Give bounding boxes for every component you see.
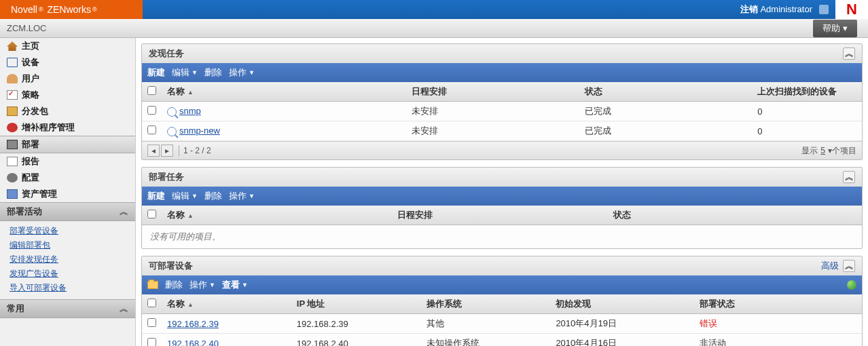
- breadcrumb-bar: ZCM.LOC 帮助 ▾: [0, 19, 868, 38]
- nav-patch[interactable]: 增补程序管理: [0, 119, 135, 136]
- table-row: 192.168.2.40 192.168.2.40 未知操作系统 2010年4月…: [142, 334, 862, 347]
- collapse-icon[interactable]: ︽: [843, 171, 855, 183]
- row-checkbox[interactable]: [147, 106, 156, 115]
- report-icon: [7, 157, 18, 166]
- section-common-header: 常用︽: [0, 299, 135, 318]
- sort-icon[interactable]: ▲: [187, 89, 194, 96]
- panel-title: 可部署设备: [149, 260, 193, 272]
- discovery-table: 名称▲ 日程安排 状态 上次扫描找到的设备 snmp 未安排 已完成 0 snm…: [142, 82, 862, 141]
- next-page[interactable]: ▸: [161, 145, 173, 157]
- device-link[interactable]: 192.168.2.39: [167, 319, 219, 329]
- collapse-icon[interactable]: ︽: [843, 260, 855, 272]
- deploytask-table: 名称▲ 日程安排 状态: [142, 206, 862, 225]
- task-link[interactable]: snmp-new: [179, 126, 220, 136]
- table-row: snmp 未安排 已完成 0: [142, 102, 862, 121]
- magnifier-icon: [167, 107, 177, 117]
- device-link[interactable]: 192.168.2.40: [167, 339, 219, 347]
- action-button[interactable]: 操作 ▼: [229, 66, 255, 79]
- select-all-checkbox[interactable]: [147, 210, 156, 218]
- edit-button[interactable]: 编辑 ▼: [172, 66, 198, 79]
- sort-icon[interactable]: ▲: [187, 301, 194, 308]
- nav-deployment[interactable]: 部署: [0, 136, 135, 153]
- collapse-icon[interactable]: ︽: [843, 47, 855, 60]
- page-range: 1 - 2 / 2: [183, 146, 211, 155]
- home-icon: [7, 41, 18, 51]
- select-all-checkbox[interactable]: [147, 299, 156, 307]
- chevron-up-icon[interactable]: ︽: [120, 206, 128, 218]
- nav-policies[interactable]: 策略: [0, 87, 135, 103]
- discovery-pager: ◂ ▸ 1 - 2 / 2 显示5▾ 个项目: [142, 141, 862, 159]
- table-row: 192.168.2.39 192.168.2.39 其他 2010年4月19日 …: [142, 314, 862, 334]
- action-button[interactable]: 操作 ▼: [229, 190, 255, 202]
- empty-message: 没有可用的项目。: [142, 225, 862, 248]
- caret-down-icon: ▼: [209, 282, 215, 288]
- asset-icon: [7, 189, 18, 199]
- panel-title: 部署任务: [149, 171, 184, 183]
- novell-logo: N: [835, 0, 868, 19]
- activity-link-0[interactable]: 部署受管设备: [10, 226, 58, 235]
- config-icon: [7, 173, 18, 182]
- chevron-up-icon[interactable]: ︽: [120, 303, 128, 315]
- caret-down-icon: ▼: [242, 282, 248, 288]
- caret-down-icon: ▼: [192, 69, 198, 76]
- view-button[interactable]: 查看 ▼: [222, 279, 248, 291]
- device-icon: [7, 58, 18, 67]
- advanced-link[interactable]: 高级: [821, 260, 839, 272]
- action-button[interactable]: 操作 ▼: [189, 279, 215, 291]
- sort-icon[interactable]: ▲: [187, 212, 194, 219]
- delete-button[interactable]: 删除: [204, 190, 222, 202]
- caret-down-icon: ▼: [249, 69, 255, 76]
- nav-home[interactable]: 主页: [0, 38, 135, 54]
- deployable-toolbar: 删除 操作 ▼ 查看 ▼: [142, 275, 862, 294]
- deploytask-toolbar: 新建 编辑 ▼ 删除 操作 ▼: [142, 187, 862, 206]
- activity-link-1[interactable]: 编辑部署包: [10, 240, 50, 250]
- patch-icon: [7, 123, 18, 132]
- deploytask-panel: 部署任务︽ 新建 编辑 ▼ 删除 操作 ▼ 名称▲ 日程安排 状态 没有可用的项…: [141, 167, 863, 249]
- row-checkbox[interactable]: [147, 318, 156, 327]
- nav-asset[interactable]: 资产管理: [0, 186, 135, 202]
- activity-link-2[interactable]: 安排发现任务: [10, 254, 58, 264]
- user-icon: [7, 74, 18, 83]
- policy-icon: [7, 90, 18, 100]
- page-size[interactable]: 5: [820, 146, 825, 155]
- activities-list: 部署受管设备 编辑部署包 安排发现任务 发现广告设备 导入可部署设备: [0, 221, 135, 299]
- bundle-icon: [7, 107, 18, 116]
- caret-down-icon: ▼: [192, 193, 198, 199]
- logout-link[interactable]: 注销 Administrator: [740, 3, 812, 16]
- row-checkbox[interactable]: [147, 126, 156, 134]
- new-button[interactable]: 新建: [147, 190, 165, 202]
- brand: Novell® ZENworks®: [0, 0, 143, 19]
- delete-button[interactable]: 删除: [165, 279, 183, 291]
- activity-link-4[interactable]: 导入可部署设备: [10, 283, 67, 292]
- content: 发现任务︽ 新建 编辑 ▼ 删除 操作 ▼ 名称▲ 日程安排 状态 上次扫描找到…: [136, 38, 868, 346]
- prev-page[interactable]: ◂: [147, 145, 160, 157]
- deployable-table: 名称▲ IP 地址 操作系统 初始发现 部署状态 192.168.2.39 19…: [142, 294, 862, 346]
- nav-config[interactable]: 配置: [0, 170, 135, 186]
- edit-button[interactable]: 编辑 ▼: [172, 190, 198, 202]
- discovery-panel: 发现任务︽ 新建 编辑 ▼ 删除 操作 ▼ 名称▲ 日程安排 状态 上次扫描找到…: [141, 43, 863, 160]
- nav-list: 主页 设备 用户 策略 分发包 增补程序管理 部署 报告 配置 资产管理: [0, 38, 135, 202]
- nav-users[interactable]: 用户: [0, 71, 135, 87]
- task-link[interactable]: snmp: [179, 106, 201, 116]
- folder-up-icon[interactable]: [147, 281, 158, 289]
- table-row: snmp-new 未安排 已完成 0: [142, 121, 862, 141]
- sidebar: 主页 设备 用户 策略 分发包 增补程序管理 部署 报告 配置 资产管理 部署活…: [0, 38, 136, 346]
- row-checkbox[interactable]: [147, 338, 156, 346]
- nav-bundles[interactable]: 分发包: [0, 103, 135, 119]
- breadcrumb: ZCM.LOC: [7, 23, 47, 33]
- deploy-icon: [7, 140, 18, 149]
- delete-button[interactable]: 删除: [204, 66, 222, 79]
- help-button[interactable]: 帮助 ▾: [813, 20, 857, 37]
- caret-down-icon: ▼: [249, 193, 255, 199]
- nav-devices[interactable]: 设备: [0, 54, 135, 71]
- deployable-panel: 可部署设备高级︽ 删除 操作 ▼ 查看 ▼ 名称▲ IP 地址 操作系统 初始发…: [141, 256, 863, 346]
- blue-bar: 注销 Administrator: [143, 0, 835, 19]
- nav-reports[interactable]: 报告: [0, 153, 135, 170]
- globe-icon[interactable]: [847, 280, 856, 290]
- select-all-checkbox[interactable]: [147, 86, 156, 95]
- panel-title: 发现任务: [149, 47, 184, 60]
- top-bar: Novell® ZENworks® 注销 Administrator N: [0, 0, 868, 19]
- new-button[interactable]: 新建: [147, 66, 165, 79]
- key-icon[interactable]: [819, 5, 829, 14]
- activity-link-3[interactable]: 发现广告设备: [10, 269, 58, 278]
